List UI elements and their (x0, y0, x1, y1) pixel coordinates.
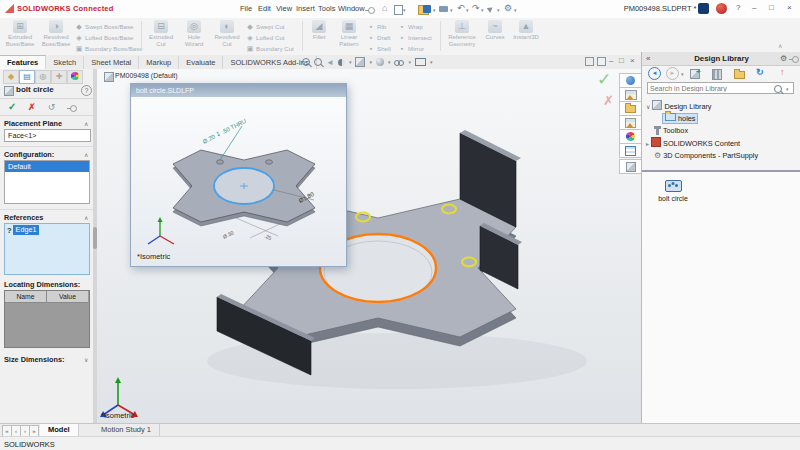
history-caret-icon[interactable]: ▾ (681, 71, 684, 77)
wrap-button[interactable]: ▪Wrap (398, 21, 432, 32)
task-pane-tab-3dexperience[interactable] (619, 73, 642, 88)
tab-features[interactable]: Features (0, 55, 46, 69)
swept-cut-button[interactable]: ◆Swept Cut (246, 21, 294, 32)
print-caret-icon[interactable]: ▾ (450, 7, 453, 13)
references-collapse-icon[interactable]: ∧ (84, 214, 88, 221)
task-pane-tab-view-palette[interactable] (619, 115, 642, 130)
configuration-listbox[interactable]: Default (4, 160, 90, 204)
3dexperience-icon[interactable] (698, 3, 709, 14)
rib-button[interactable]: ▪Rib (367, 21, 391, 32)
lofted-boss-button[interactable]: ◈Lofted Boss/Base (75, 32, 143, 43)
configuration-collapse-icon[interactable]: ∧ (84, 151, 88, 158)
restore-icon[interactable]: □ (769, 3, 774, 12)
help-icon[interactable]: ? (736, 3, 740, 12)
shell-button[interactable]: ▪Shell (367, 43, 391, 54)
draft-button[interactable]: ▪Draft (367, 32, 391, 43)
lofted-cut-button[interactable]: ◈Lofted Cut (246, 32, 294, 43)
redo-icon[interactable]: ↷ (472, 3, 480, 13)
fillet-button[interactable]: ◢ Fillet (306, 20, 332, 53)
configurationmanager-tab[interactable]: ◎ (35, 70, 51, 84)
tab-model[interactable]: Model (40, 424, 79, 436)
section-caret-icon[interactable]: ▾ (349, 59, 352, 65)
home-icon[interactable]: ⌂ (382, 3, 387, 13)
doc-window-cascade-icon[interactable] (597, 57, 606, 66)
menu-tools[interactable]: Tools (318, 4, 336, 13)
hide-show-caret-icon[interactable]: ▾ (408, 59, 411, 65)
refresh-icon[interactable]: ↻ (756, 67, 764, 77)
save-caret-icon[interactable]: ▾ (433, 7, 436, 13)
select-tool-icon[interactable] (487, 5, 495, 13)
size-expand-icon[interactable]: ∨ (84, 356, 88, 363)
column-header-name[interactable]: Name (5, 291, 47, 303)
placement-collapse-icon[interactable]: ∧ (84, 120, 88, 127)
tree-collapse-icon[interactable]: ∨ (646, 104, 650, 110)
redo-caret-icon[interactable]: ▾ (481, 7, 484, 13)
new-document-caret-icon[interactable]: ▾ (403, 7, 406, 13)
previous-view-icon[interactable]: ◄ (326, 58, 334, 67)
placement-plane-field[interactable]: Face<1> (4, 129, 91, 142)
tab-markup[interactable]: Markup (139, 56, 179, 69)
boundary-boss-button[interactable]: ▣Boundary Boss/Base (75, 43, 143, 54)
revolved-boss-button[interactable]: ◑ Revolved Boss/Base (39, 20, 73, 53)
tree-item-solidworks-content[interactable]: ▸ SOLIDWORKS Content (646, 137, 798, 150)
column-header-value[interactable]: Value (47, 291, 88, 303)
undo-icon[interactable]: ↶ (457, 3, 465, 13)
move-up-icon[interactable]: ↑ (780, 67, 785, 77)
view-orientation-icon[interactable] (355, 57, 365, 67)
display-style-caret-icon[interactable]: ▾ (388, 59, 391, 65)
library-item-bolt-circle[interactable]: bolt circle (650, 180, 696, 203)
select-caret-icon[interactable]: ▾ (497, 7, 500, 13)
keep-visible-pin-icon[interactable] (70, 105, 77, 112)
instant3d-button[interactable]: ▲ Instant3D (510, 20, 542, 53)
menu-file[interactable]: File (240, 4, 252, 13)
ok-button[interactable]: ✓ (8, 101, 16, 112)
tree-expand-icon[interactable]: ▸ (646, 141, 649, 147)
tab-evaluate[interactable]: Evaluate (179, 56, 223, 69)
doc-restore-icon[interactable]: □ (619, 56, 624, 65)
pm-help-icon[interactable]: ? (81, 85, 92, 96)
confirm-cancel-button[interactable]: ✗ (603, 93, 614, 108)
locating-dimensions-table[interactable]: Name Value (4, 290, 90, 348)
view-settings-icon[interactable] (415, 58, 426, 66)
doc-minimize-icon[interactable]: – (609, 56, 613, 65)
undo-caret-icon[interactable]: ▾ (466, 7, 469, 13)
save-icon[interactable] (423, 5, 431, 13)
task-pane-tab-design-library[interactable] (619, 87, 642, 102)
options-gear-icon[interactable]: ⚙ (504, 3, 512, 13)
panel-options-icon[interactable]: ⚙ (780, 54, 787, 63)
menu-edit[interactable]: Edit (258, 4, 271, 13)
swept-boss-button[interactable]: ◆Swept Boss/Base (75, 21, 143, 32)
library-preview-window[interactable]: bolt circle.SLDLFP Ø.20 ↧ .50 THRU Ø1.80… (130, 83, 347, 267)
tree-item-holes[interactable]: holes (646, 113, 798, 125)
task-pane-tab-file-explorer[interactable] (619, 101, 642, 116)
create-new-folder-icon[interactable] (734, 71, 745, 79)
close-icon[interactable]: × (787, 3, 792, 12)
display-style-icon[interactable] (376, 58, 384, 66)
viewport-document-label[interactable]: PM009498 (Default) (115, 72, 178, 79)
propertymanager-tab[interactable]: ▤ (19, 70, 35, 84)
panel-pin-icon[interactable] (792, 56, 799, 63)
options-caret-icon[interactable]: ▾ (514, 7, 517, 13)
task-pane-tab-solidworks-forum[interactable] (619, 159, 642, 174)
add-file-location-icon[interactable] (712, 69, 722, 80)
tree-item-3d-components[interactable]: ⚙ 3D Components - PartSupply (646, 150, 798, 162)
tab-sketch[interactable]: Sketch (46, 56, 84, 69)
cancel-button[interactable]: ✗ (28, 102, 36, 112)
zoom-area-icon[interactable] (314, 58, 322, 66)
mirror-button[interactable]: ▪Mirror (398, 43, 432, 54)
doc-window-new-icon[interactable] (585, 57, 594, 66)
tree-item-toolbox[interactable]: Toolbox (646, 125, 798, 137)
menu-window[interactable]: Window (338, 4, 365, 13)
minimize-icon[interactable]: – (752, 3, 756, 12)
search-caret-icon[interactable]: ▾ (786, 86, 789, 92)
search-icon[interactable] (774, 85, 782, 93)
task-pane-tab-appearances[interactable] (619, 129, 642, 144)
menu-view[interactable]: View (276, 4, 292, 13)
extruded-cut-button[interactable]: ⊟ Extruded Cut (145, 20, 177, 53)
menu-insert[interactable]: Insert (296, 4, 315, 13)
linear-pattern-button[interactable]: ▦ Linear Pattern (334, 20, 364, 53)
user-avatar[interactable] (716, 3, 727, 14)
extruded-boss-button[interactable]: ⊞ Extruded Boss/Base (3, 20, 37, 53)
reference-geometry-button[interactable]: ⊥ Reference Geometry (444, 20, 480, 53)
doc-close-icon[interactable]: × (630, 56, 635, 65)
